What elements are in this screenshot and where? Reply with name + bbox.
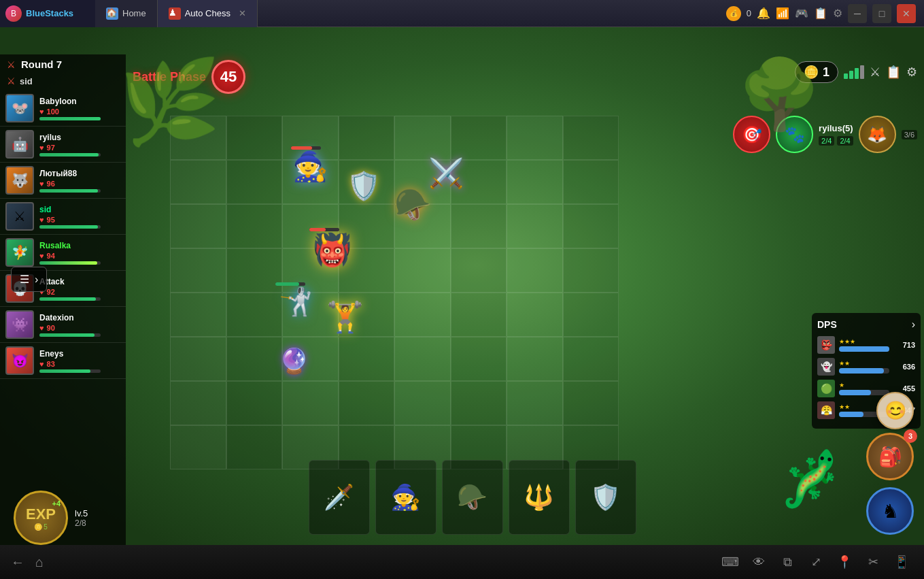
board-cell[interactable] [226, 204, 283, 248]
game-piece-enemy2[interactable]: 🛡️ [347, 170, 381, 202]
player-item-babyloon[interactable]: 🐭 Babyloon ♥ 100 [0, 90, 126, 127]
dps-stars-1: ★★★ [839, 338, 889, 345]
dps-arrow-icon[interactable]: › [912, 318, 915, 331]
player-item-sid[interactable]: ⚔ sid ♥ 95 [0, 199, 126, 235]
shop-piece-4[interactable]: 🔱 [509, 460, 570, 535]
notification-icon[interactable]: 🔔 [757, 7, 770, 20]
menu-icon-tr[interactable]: 📋 [886, 65, 901, 80]
exp-button[interactable]: +4 EXP 🪙 5 [14, 491, 68, 545]
player-item-ryilus[interactable]: 🤖 ryilus ♥ 97 [0, 127, 126, 163]
board-cell[interactable] [451, 381, 507, 425]
board-cell[interactable] [394, 337, 451, 381]
compare-avatar-red[interactable]: 🎯 [733, 116, 770, 153]
autochess-tab[interactable]: ♟ Auto Chess ✕ [158, 0, 258, 27]
game-piece-enemy4[interactable]: ⚔️ [428, 156, 464, 190]
board-cell[interactable] [394, 293, 451, 337]
titlebar: B BlueStacks 🏠 Home ♟ Auto Chess ✕ 💰 0 🔔… [0, 0, 924, 27]
health-row-sid: ♥ 95 [39, 216, 120, 224]
board-cell[interactable] [394, 248, 451, 293]
shop-piece-5[interactable]: 🛡️ [575, 460, 636, 535]
board-cell[interactable] [563, 337, 619, 381]
chat-button[interactable]: 😊 [876, 392, 914, 429]
location-icon-btn[interactable]: 📍 [833, 550, 856, 574]
board-cell[interactable] [170, 381, 226, 425]
game-piece-ally1[interactable]: 👹 [313, 231, 352, 268]
board-cell[interactable] [339, 381, 395, 425]
player-item-lyuty[interactable]: 🐺 Лютый88 ♥ 96 [0, 163, 126, 199]
board-cell[interactable] [451, 337, 507, 381]
cut-icon-btn[interactable]: ✂ [861, 550, 885, 574]
back-button[interactable]: ← [11, 555, 24, 570]
layers-icon-btn[interactable]: ⧉ [776, 550, 799, 574]
game-piece-ally2[interactable]: 🤺 [279, 286, 313, 318]
shop-piece-1[interactable]: 🗡️ [309, 460, 370, 535]
dps-stars-2: ★★ [839, 360, 889, 367]
book-icon[interactable]: 📋 [814, 7, 827, 20]
board-cell[interactable] [563, 293, 619, 337]
menu-button[interactable]: ☰ › [11, 267, 47, 292]
game-piece-enemy1[interactable]: 🧙 [292, 150, 328, 183]
board-cell[interactable] [170, 116, 226, 160]
gamepad-icon[interactable]: 🎮 [795, 7, 808, 20]
board-cell[interactable] [563, 116, 619, 160]
settings-gear-icon[interactable]: ⚔ [870, 65, 880, 80]
board-cell[interactable] [170, 337, 226, 381]
phone-icon-btn[interactable]: 📱 [890, 550, 913, 574]
board-cell[interactable] [507, 160, 563, 204]
board-cell[interactable] [339, 116, 395, 160]
expand-icon-btn[interactable]: ⤢ [804, 550, 827, 574]
board-cell[interactable] [507, 293, 563, 337]
board-cell[interactable] [394, 381, 451, 425]
home-nav-button[interactable]: ⌂ [35, 555, 44, 570]
board-cell[interactable] [226, 293, 283, 337]
compare-avatar-brown[interactable]: 🦊 [859, 116, 896, 153]
board-cell[interactable] [170, 248, 226, 293]
board-cell[interactable] [507, 381, 563, 425]
minimize-button[interactable]: ─ [848, 4, 867, 23]
board-cell[interactable] [507, 248, 563, 293]
board-cell[interactable] [507, 204, 563, 248]
fraction-badge-3: 3/6 [902, 130, 917, 139]
close-tab-icon[interactable]: ✕ [239, 8, 246, 18]
restore-button[interactable]: □ [872, 4, 891, 23]
board-cell[interactable] [170, 160, 226, 204]
board-cell[interactable] [226, 116, 283, 160]
player-item-rusalka[interactable]: 🧚 Rusalka ♥ 94 [0, 235, 126, 271]
board-cell[interactable] [339, 337, 395, 381]
settings-icon[interactable]: ⚙ [833, 7, 842, 20]
board-cell[interactable] [451, 116, 507, 160]
board-cell[interactable] [451, 204, 507, 248]
board-cell[interactable] [563, 204, 619, 248]
shop-piece-2[interactable]: 🧙 [375, 460, 437, 535]
board-cell[interactable] [563, 381, 619, 425]
gear-icon-tr[interactable]: ⚙ [906, 65, 917, 80]
board-cell[interactable] [451, 248, 507, 293]
add-piece-button[interactable]: ♞ [866, 487, 914, 535]
board-cell[interactable] [170, 293, 226, 337]
board-cell[interactable] [170, 204, 226, 248]
local-player-row: ⚔ sid [0, 74, 126, 90]
close-button[interactable]: ✕ [897, 4, 916, 23]
shop-piece-3[interactable]: 🪖 [442, 460, 503, 535]
board-cell[interactable] [226, 337, 283, 381]
game-piece-orb[interactable]: 🔮 [279, 347, 309, 376]
board-cell[interactable] [451, 293, 507, 337]
player-item-eneys[interactable]: 😈 Eneys ♥ 83 [0, 343, 126, 379]
board-cell[interactable] [282, 381, 339, 425]
keyboard-icon-btn[interactable]: ⌨ [719, 550, 742, 574]
board-cell[interactable] [226, 248, 283, 293]
board-cell[interactable] [507, 337, 563, 381]
board-cell[interactable] [226, 160, 283, 204]
board-cell[interactable] [394, 116, 451, 160]
board-cell[interactable] [563, 160, 619, 204]
health-value-lyuty: 96 [47, 180, 55, 188]
board-cell[interactable] [507, 116, 563, 160]
game-piece-ally3[interactable]: 🏋️ [326, 299, 364, 335]
player-item-datexion[interactable]: 👾 Datexion ♥ 90 [0, 307, 126, 343]
game-piece-enemy3[interactable]: 🪖 [394, 187, 432, 222]
board-cell[interactable] [226, 381, 283, 425]
board-cell[interactable] [563, 248, 619, 293]
compare-avatar-green[interactable]: 🐾 [776, 116, 813, 153]
display-icon-btn[interactable]: 👁 [747, 550, 770, 574]
home-tab[interactable]: 🏠 Home [95, 0, 158, 27]
